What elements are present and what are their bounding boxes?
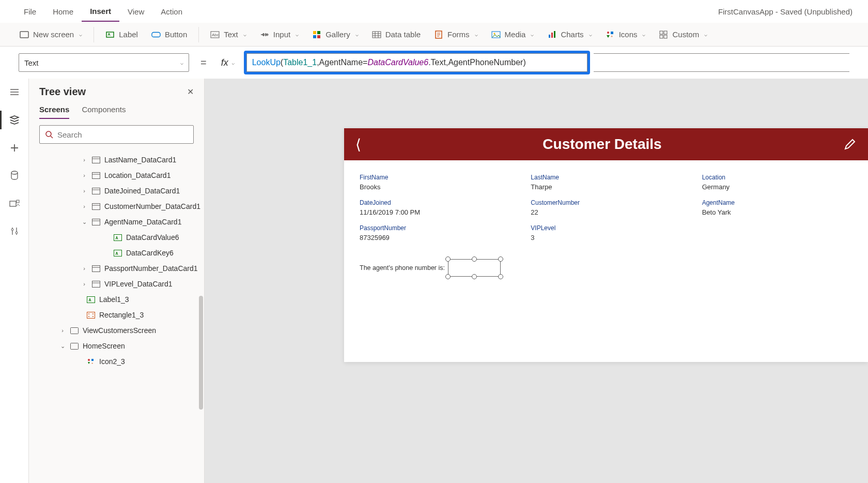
menu-home[interactable]: Home bbox=[44, 2, 82, 21]
svg-rect-39 bbox=[92, 281, 100, 287]
tree-item[interactable]: ⌄HomeScreen bbox=[29, 338, 204, 354]
fx-button[interactable]: fx⌵ bbox=[218, 57, 238, 68]
icons-icon: + bbox=[606, 30, 615, 39]
custom-label: Custom bbox=[672, 30, 699, 39]
svg-point-44 bbox=[88, 316, 89, 317]
svg-rect-0 bbox=[20, 32, 28, 38]
form-area: FirstNameBrooks LastNameTharpe LocationG… bbox=[344, 160, 868, 362]
tree-item[interactable]: +Icon2_3 bbox=[29, 354, 204, 369]
resize-handle[interactable] bbox=[445, 256, 451, 262]
chevron-down-icon: ⌵ bbox=[231, 60, 235, 66]
tree-item-label: DateJoined_DataCard1 bbox=[104, 187, 180, 195]
label-button[interactable]: Label bbox=[100, 27, 143, 42]
expander-icon[interactable]: ⌄ bbox=[59, 343, 66, 350]
svg-rect-27 bbox=[17, 200, 19, 203]
custom-dropdown[interactable]: Custom⌵ bbox=[654, 27, 712, 42]
label-icon bbox=[114, 234, 122, 241]
property-selector[interactable]: Text ⌵ bbox=[19, 53, 189, 72]
tree-list: ›LastName_DataCard1›Location_DataCard1›D… bbox=[29, 150, 204, 483]
tree-item[interactable]: Label1_3 bbox=[29, 292, 204, 307]
expander-icon[interactable]: ⌄ bbox=[81, 219, 88, 225]
svg-point-48 bbox=[88, 359, 90, 361]
tree-item[interactable]: ›Location_DataCard1 bbox=[29, 168, 204, 183]
preview-header: ⟨ Customer Details bbox=[344, 128, 868, 160]
tree-view-icon[interactable] bbox=[8, 114, 21, 126]
media-rail-icon[interactable] bbox=[8, 198, 21, 210]
charts-dropdown[interactable]: Charts⌵ bbox=[542, 27, 597, 42]
tree-item[interactable]: ›CustomerNumber_DataCard1 bbox=[29, 199, 204, 214]
agent-phone-line: The agent's phone number is: bbox=[360, 259, 853, 277]
tree-item[interactable]: ›DateJoined_DataCard1 bbox=[29, 183, 204, 199]
advanced-tools-icon[interactable] bbox=[8, 225, 21, 238]
gallery-dropdown[interactable]: Gallery⌵ bbox=[307, 27, 364, 42]
forms-dropdown[interactable]: Forms⌵ bbox=[429, 27, 483, 42]
edit-icon[interactable] bbox=[843, 138, 857, 151]
tree-search[interactable] bbox=[39, 125, 194, 144]
tree-item-label: CustomerNumber_DataCard1 bbox=[104, 202, 200, 210]
back-icon[interactable]: ⟨ bbox=[355, 136, 361, 153]
tree-item[interactable]: ›VIPLevel_DataCard1 bbox=[29, 276, 204, 292]
tab-screens[interactable]: Screens bbox=[39, 105, 69, 119]
close-icon[interactable]: ✕ bbox=[187, 87, 194, 97]
app-title: FirstCanvasApp - Saved (Unpublished) bbox=[718, 7, 853, 16]
media-dropdown[interactable]: Media⌵ bbox=[486, 27, 539, 42]
tab-components[interactable]: Components bbox=[82, 105, 126, 119]
svg-rect-10 bbox=[317, 35, 320, 38]
tree-item[interactable]: DataCardValue6 bbox=[29, 230, 204, 245]
card-icon bbox=[92, 218, 100, 225]
insert-icon[interactable] bbox=[8, 142, 21, 154]
tree-search-input[interactable] bbox=[57, 130, 188, 139]
menu-insert[interactable]: Insert bbox=[82, 2, 119, 22]
data-table-button[interactable]: Data table bbox=[367, 27, 426, 42]
data-icon[interactable] bbox=[8, 170, 21, 182]
field-firstname: FirstNameBrooks bbox=[360, 174, 510, 191]
svg-rect-23 bbox=[660, 35, 663, 38]
svg-point-42 bbox=[88, 313, 89, 314]
new-screen-button[interactable]: New screen⌵ bbox=[14, 27, 87, 42]
card-icon bbox=[92, 280, 100, 288]
tree-item[interactable]: Rectangle1_3 bbox=[29, 307, 204, 323]
gallery-icon bbox=[312, 30, 321, 39]
menu-action[interactable]: Action bbox=[152, 2, 191, 21]
label-icon bbox=[87, 296, 95, 303]
menu-file[interactable]: File bbox=[16, 2, 44, 21]
svg-point-43 bbox=[92, 313, 94, 314]
formula-input[interactable]: LookUp(Table1_1, AgentName = DataCardVal… bbox=[246, 53, 587, 72]
tree-item[interactable]: DataCardKey6 bbox=[29, 245, 204, 261]
button-icon bbox=[151, 30, 161, 39]
resize-handle[interactable] bbox=[445, 274, 451, 279]
tree-item[interactable]: ›LastName_DataCard1 bbox=[29, 152, 204, 168]
tree-view-panel: Tree view ✕ Screens Components ›LastName… bbox=[29, 79, 205, 483]
chevron-down-icon: ⌵ bbox=[79, 32, 82, 37]
hamburger-icon[interactable] bbox=[8, 86, 21, 98]
chevron-down-icon: ⌵ bbox=[642, 32, 645, 37]
tree-item[interactable]: ›ViewCustomersScreen bbox=[29, 323, 204, 338]
expander-icon[interactable]: › bbox=[81, 265, 88, 271]
input-dropdown[interactable]: Input⌵ bbox=[255, 27, 304, 42]
chevron-down-icon: ⌵ bbox=[180, 60, 183, 66]
input-icon bbox=[260, 30, 269, 39]
svg-rect-33 bbox=[92, 188, 100, 194]
icons-dropdown[interactable]: + Icons⌵ bbox=[600, 27, 651, 42]
expander-icon[interactable]: › bbox=[81, 172, 88, 178]
resize-handle[interactable] bbox=[472, 256, 477, 262]
canvas[interactable]: ⟨ Customer Details FirstNameBrooks LastN… bbox=[205, 79, 868, 483]
expander-icon[interactable]: › bbox=[81, 188, 88, 194]
expander-icon[interactable]: › bbox=[81, 203, 88, 209]
resize-handle[interactable] bbox=[472, 274, 477, 279]
menu-view[interactable]: View bbox=[119, 2, 152, 21]
expander-icon[interactable]: › bbox=[81, 281, 88, 287]
tree-item[interactable]: ›PassportNumber_DataCard1 bbox=[29, 261, 204, 276]
button-button[interactable]: Button bbox=[146, 27, 192, 42]
formula-input-extension[interactable] bbox=[594, 53, 849, 72]
expander-icon[interactable]: › bbox=[59, 327, 66, 334]
text-dropdown[interactable]: Abc Text⌵ bbox=[205, 27, 252, 42]
scrollbar-thumb[interactable] bbox=[199, 296, 203, 410]
resize-handle[interactable] bbox=[498, 256, 503, 262]
resize-handle[interactable] bbox=[498, 274, 503, 279]
expander-icon[interactable]: › bbox=[81, 157, 88, 163]
selected-label-control[interactable] bbox=[448, 259, 501, 277]
tree-item[interactable]: ⌄AgentName_DataCard1 bbox=[29, 214, 204, 230]
tree-item-label: VIPLevel_DataCard1 bbox=[104, 280, 173, 288]
svg-rect-37 bbox=[114, 250, 122, 256]
